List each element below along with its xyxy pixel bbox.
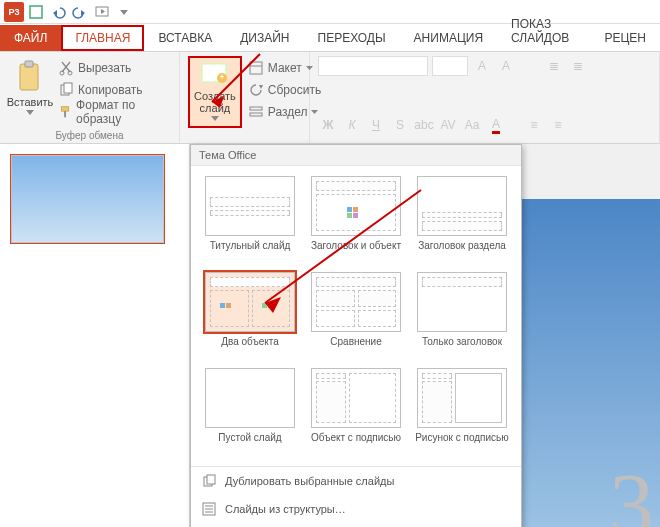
layout-two-content[interactable]: Два объекта	[201, 272, 299, 360]
redo-icon[interactable]	[70, 2, 90, 22]
start-slideshow-icon[interactable]	[92, 2, 112, 22]
outline-icon	[201, 501, 217, 517]
new-slide-button[interactable]: Создать слайд	[188, 56, 242, 128]
save-icon[interactable]	[26, 2, 46, 22]
svg-rect-36	[268, 303, 273, 308]
slides-group-title	[188, 128, 301, 143]
svg-rect-14	[64, 111, 66, 117]
decrease-font-icon[interactable]: A	[496, 56, 516, 76]
paste-button[interactable]: Вставить	[8, 56, 52, 128]
duplicate-slides-button[interactable]: Дублировать выбранные слайды	[191, 467, 521, 495]
svg-rect-13	[62, 107, 69, 111]
footer-label: Слайды из структуры…	[225, 503, 346, 515]
layout-caption: Сравнение	[330, 336, 381, 360]
svg-rect-25	[250, 113, 262, 116]
tab-review[interactable]: РЕЦЕН	[590, 25, 660, 51]
case-icon[interactable]: Aa	[462, 115, 482, 135]
gallery-heading: Тема Office	[191, 145, 521, 166]
svg-rect-38	[207, 475, 215, 484]
svg-marker-19	[211, 116, 219, 121]
svg-rect-6	[20, 64, 38, 90]
numbering-icon[interactable]: ≣	[568, 56, 588, 76]
page-watermark: 3	[609, 454, 654, 527]
chevron-down-icon	[26, 110, 34, 115]
spacing-icon[interactable]: AV	[438, 115, 458, 135]
qat-dropdown-icon[interactable]	[114, 2, 134, 22]
bullets-icon[interactable]: ≣	[544, 56, 564, 76]
layout-caption: Рисунок с подписью	[415, 432, 509, 456]
tab-insert[interactable]: ВСТАВКА	[144, 25, 226, 51]
format-painter-label: Формат по образцу	[76, 98, 171, 126]
svg-marker-8	[26, 110, 34, 115]
clipboard-group-title: Буфер обмена	[8, 128, 171, 143]
paste-label: Вставить	[7, 96, 54, 108]
svg-rect-0	[30, 6, 42, 18]
layout-content-caption[interactable]: Объект с подписью	[307, 368, 405, 456]
font-size-select[interactable]	[432, 56, 468, 76]
workspace: 3 Тема Office Титульный слайд Заголовок …	[0, 144, 660, 527]
layout-section-header[interactable]: Заголовок раздела	[413, 176, 511, 264]
strike-icon[interactable]: S	[390, 115, 410, 135]
tab-slideshow[interactable]: ПОКАЗ СЛАЙДОВ	[497, 11, 590, 51]
copy-label: Копировать	[78, 83, 143, 97]
layout-gallery: Тема Office Титульный слайд Заголовок и …	[190, 144, 522, 527]
layout-caption: Заголовок и объект	[311, 240, 401, 264]
duplicate-icon	[201, 473, 217, 489]
underline-icon[interactable]: Ч	[366, 115, 386, 135]
svg-rect-18	[221, 75, 222, 79]
svg-rect-35	[262, 303, 267, 308]
svg-rect-32	[353, 213, 358, 218]
layout-title-only[interactable]: Только заголовок	[413, 272, 511, 360]
increase-font-icon[interactable]: A	[472, 56, 492, 76]
svg-rect-7	[25, 61, 33, 67]
format-painter-button[interactable]: Формат по образцу	[58, 102, 171, 122]
layout-title-slide[interactable]: Титульный слайд	[201, 176, 299, 264]
layout-picture-caption[interactable]: Рисунок с подписью	[413, 368, 511, 456]
ribbon-tabs: ФАЙЛ ГЛАВНАЯ ВСТАВКА ДИЗАЙН ПЕРЕХОДЫ АНИ…	[0, 24, 660, 52]
layout-comparison[interactable]: Сравнение	[307, 272, 405, 360]
svg-marker-4	[101, 9, 105, 14]
group-font: A A ≣ ≣ Ж К Ч S abc AV Aa A ≡ ≡	[310, 52, 660, 143]
app-logo: P3	[4, 2, 24, 22]
svg-rect-30	[353, 207, 358, 212]
tab-transitions[interactable]: ПЕРЕХОДЫ	[304, 25, 400, 51]
group-clipboard: Вставить Вырезать Копировать Формат по о…	[0, 52, 180, 143]
slides-from-outline-button[interactable]: Слайды из структуры…	[191, 495, 521, 523]
shadow-icon[interactable]: abc	[414, 115, 434, 135]
tab-animations[interactable]: АНИМАЦИЯ	[400, 25, 497, 51]
svg-rect-12	[64, 83, 72, 93]
copy-button[interactable]: Копировать	[58, 80, 171, 100]
cut-button[interactable]: Вырезать	[58, 58, 171, 78]
group-slides: Создать слайд Макет Сбросить Раздел	[180, 52, 310, 143]
font-color-icon[interactable]: A	[486, 115, 506, 135]
svg-marker-5	[120, 10, 128, 15]
layout-title-content[interactable]: Заголовок и объект	[307, 176, 405, 264]
section-label: Раздел	[268, 105, 308, 119]
new-slide-label: Создать слайд	[194, 90, 236, 114]
align-center-icon[interactable]: ≡	[548, 115, 568, 135]
footer-label: Дублировать выбранные слайды	[225, 475, 394, 487]
ribbon: Вставить Вырезать Копировать Формат по о…	[0, 52, 660, 144]
layout-caption: Пустой слайд	[218, 432, 281, 456]
svg-rect-20	[250, 62, 262, 74]
layout-caption: Заголовок раздела	[418, 240, 506, 264]
tab-file[interactable]: ФАЙЛ	[0, 25, 61, 51]
bold-icon[interactable]: Ж	[318, 115, 338, 135]
svg-rect-31	[347, 213, 352, 218]
layout-caption: Только заголовок	[422, 336, 502, 360]
layout-blank[interactable]: Пустой слайд	[201, 368, 299, 456]
layout-caption: Объект с подписью	[311, 432, 401, 456]
tab-home[interactable]: ГЛАВНАЯ	[61, 25, 144, 51]
reuse-slides-button[interactable]: Повторное использование слайдов…	[191, 523, 521, 527]
thumbnail-1[interactable]	[10, 154, 165, 244]
align-left-icon[interactable]: ≡	[524, 115, 544, 135]
undo-icon[interactable]	[48, 2, 68, 22]
italic-icon[interactable]: К	[342, 115, 362, 135]
layout-caption: Два объекта	[221, 336, 279, 360]
cut-label: Вырезать	[78, 61, 131, 75]
layout-label: Макет	[268, 61, 302, 75]
tab-design[interactable]: ДИЗАЙН	[226, 25, 303, 51]
svg-marker-23	[259, 85, 263, 89]
layout-caption: Титульный слайд	[210, 240, 291, 264]
font-family-select[interactable]	[318, 56, 428, 76]
